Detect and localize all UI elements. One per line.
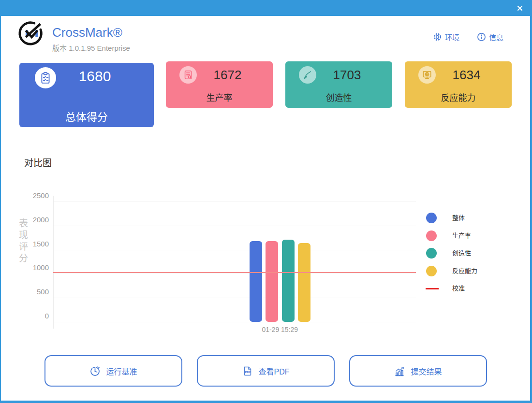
card-overall-score: 1680 总体得分 [19, 63, 154, 127]
submit-results-label: 提交结果 [411, 365, 442, 377]
pdf-icon: PDF [242, 365, 253, 377]
info-label: 信息 [489, 32, 503, 42]
creativity-score-label: 创造性 [285, 91, 392, 103]
clock-icon [89, 365, 101, 377]
responsiveness-score-value: 1634 [405, 68, 512, 83]
info-icon [477, 32, 486, 42]
submit-results-button[interactable]: 提交结果 [349, 355, 487, 387]
creativity-score-value: 1703 [285, 68, 392, 83]
app-version: 版本 1.0.1.95 Enterprise [52, 43, 130, 53]
y-axis-title: 表现评分 [16, 218, 29, 265]
app-title: CrossMark® [52, 25, 122, 40]
crossmark-logo-icon [18, 19, 46, 47]
overall-score-label: 总体得分 [19, 108, 154, 124]
close-button[interactable] [515, 3, 525, 13]
productivity-score-label: 生产率 [166, 91, 273, 103]
card-productivity: 1672 生产率 [166, 61, 273, 108]
responsiveness-score-label: 反应能力 [405, 91, 512, 103]
view-pdf-label: 查看PDF [258, 365, 289, 377]
gear-icon [433, 32, 442, 42]
card-creativity: 1703 创造性 [285, 61, 392, 108]
card-responsiveness: 1634 反应能力 [405, 61, 512, 108]
view-pdf-button[interactable]: PDF 查看PDF [197, 355, 335, 387]
environment-button[interactable]: 环境 [433, 31, 459, 43]
environment-label: 环境 [445, 32, 459, 42]
title-bar [0, 0, 532, 16]
app-window: CrossMark® 版本 1.0.1.95 Enterprise 环境 信息 [0, 0, 532, 403]
productivity-score-value: 1672 [166, 68, 273, 83]
run-benchmark-button[interactable]: 运行基准 [44, 355, 182, 387]
chart-title: 对比图 [24, 156, 52, 169]
svg-text:PDF: PDF [245, 370, 251, 373]
run-benchmark-label: 运行基准 [106, 365, 137, 377]
overall-score-value: 1680 [19, 68, 154, 85]
close-icon [517, 5, 523, 11]
chart-up-icon [394, 365, 406, 377]
info-button[interactable]: 信息 [477, 31, 503, 43]
